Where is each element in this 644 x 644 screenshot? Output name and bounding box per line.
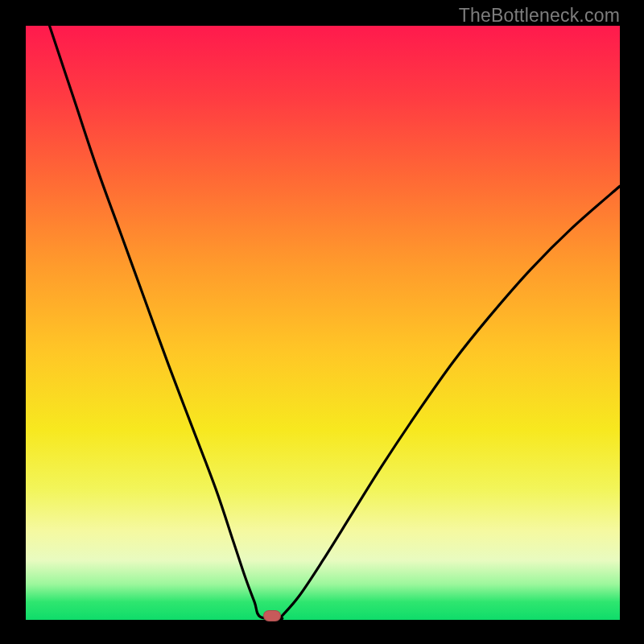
watermark-text: TheBottleneck.com — [459, 5, 620, 27]
bottleneck-curve — [26, 26, 620, 620]
plot-area — [26, 26, 620, 620]
optimal-point-marker — [263, 610, 281, 621]
chart-frame: TheBottleneck.com — [0, 0, 644, 644]
